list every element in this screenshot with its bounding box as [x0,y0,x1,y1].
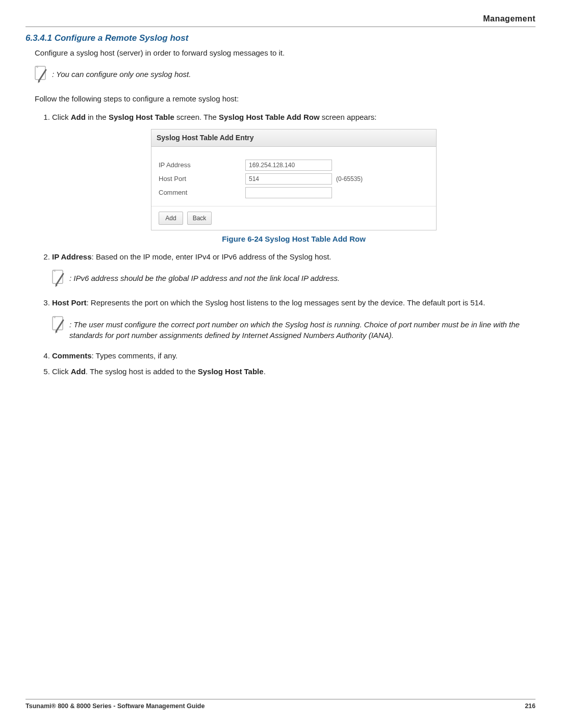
comment-label: Comment [159,188,245,198]
intro-text: Configure a syslog host (server) in orde… [35,47,536,59]
note-single-host: : You can configure only one syslog host… [35,66,536,84]
page-header-category: Management [26,14,536,27]
step-1: Click Add in the Syslog Host Table scree… [52,112,536,245]
note-port-text: : The user must configure the correct po… [69,316,536,342]
pencil-note-icon [52,270,66,288]
syslog-add-dialog: Syslog Host Table Add Entry IP Address H… [151,129,437,230]
section-heading: 6.3.4.1 Configure a Remote Syslog host [26,33,536,43]
form-row-port: Host Port (0-65535) [159,173,429,185]
dialog-title: Syslog Host Table Add Entry [151,129,436,147]
host-port-hint: (0-65535) [336,174,363,184]
pencil-note-icon [35,66,49,84]
back-button[interactable]: Back [187,212,212,225]
step-2: IP Address: Based on the IP mode, enter … [52,251,536,289]
note-port: : The user must configure the correct po… [52,316,536,342]
add-button[interactable]: Add [159,212,183,225]
header-rule [26,27,536,27]
step-3: Host Port: Represents the port on which … [52,297,536,341]
form-row-comment: Comment [159,187,429,198]
note-ipv6-text: : IPv6 address should be the global IP a… [69,270,340,284]
follow-steps-text: Follow the following steps to configure … [35,93,536,105]
ip-address-label: IP Address [159,160,245,170]
steps-list: Click Add in the Syslog Host Table scree… [40,112,536,378]
figure-caption: Figure 6-24 Syslog Host Table Add Row [52,233,536,245]
host-port-label: Host Port [159,174,245,184]
note-ipv6: : IPv6 address should be the global IP a… [52,270,536,288]
footer-page-number: 216 [525,703,536,710]
comment-input[interactable] [245,187,332,198]
form-row-ip: IP Address [159,160,429,171]
step-5: Click Add. The syslog host is added to t… [52,366,536,378]
step-4: Comments: Types comments, if any. [52,350,536,362]
note-single-host-text: : You can configure only one syslog host… [52,66,191,80]
page-footer: Tsunami® 800 & 8000 Series - Software Ma… [26,699,536,710]
ip-address-input[interactable] [245,160,332,171]
host-port-input[interactable] [245,173,332,185]
pencil-note-icon [52,316,66,334]
footer-rule [26,699,536,699]
footer-guide-title: Tsunami® 800 & 8000 Series - Software Ma… [26,703,205,710]
